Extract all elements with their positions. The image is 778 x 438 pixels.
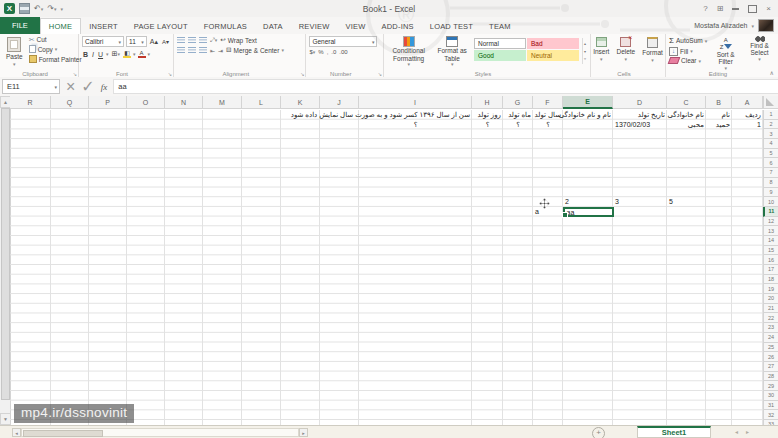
ribbon-display-options-icon[interactable]: ⊞	[717, 5, 724, 13]
cells-grid[interactable]: ردیفنامنام خانوادگیتاریخ تولدنام و نام خ…	[10, 110, 763, 425]
row-header-27[interactable]: 27	[763, 362, 778, 372]
clear-button[interactable]: Clear▾	[669, 57, 707, 64]
style-normal[interactable]: Normal	[474, 38, 526, 49]
tab-add-ins[interactable]: ADD-INS	[374, 19, 422, 34]
format-painter-button[interactable]: Format Painter	[29, 55, 82, 63]
merge-center-button[interactable]: ⊟Merge & Center▾	[226, 46, 284, 54]
avatar[interactable]	[758, 19, 774, 32]
sheet-tab-sheet1[interactable]: Sheet1	[637, 426, 711, 438]
column-header-N[interactable]: N	[165, 96, 203, 109]
column-header-F[interactable]: F	[533, 96, 563, 109]
increase-indent-icon[interactable]: ⇥	[218, 47, 223, 54]
borders-button[interactable]: ⊞▾	[111, 50, 121, 58]
cell-G2[interactable]: ؟	[503, 120, 533, 130]
row-header-4[interactable]: 4	[763, 139, 778, 149]
row-header-18[interactable]: 18	[763, 275, 778, 285]
cell-G1[interactable]: ماه تولد	[503, 110, 533, 120]
cell-C10[interactable]: 5	[667, 197, 706, 207]
copy-button[interactable]: Copy▾	[29, 45, 82, 53]
column-header-E[interactable]: E	[563, 96, 613, 109]
fill-button[interactable]: ↓Fill▾	[669, 47, 707, 56]
row-header-7[interactable]: 7	[763, 168, 778, 178]
cut-button[interactable]: ✂Cut	[29, 36, 82, 43]
name-box[interactable]: E11▾	[2, 79, 60, 94]
row-header-16[interactable]: 16	[763, 255, 778, 265]
row-header-19[interactable]: 19	[763, 284, 778, 294]
cell-H1[interactable]: روز تولد	[472, 110, 503, 120]
insert-function-icon[interactable]: fx	[101, 82, 108, 92]
column-header-A[interactable]: A	[732, 96, 763, 109]
shrink-font-button[interactable]: A▾	[161, 38, 170, 45]
row-header-28[interactable]: 28	[763, 372, 778, 382]
column-header-P[interactable]: P	[89, 96, 127, 109]
row-header-10[interactable]: 10	[763, 197, 778, 207]
row-header-15[interactable]: 15	[763, 246, 778, 256]
column-header-H[interactable]: H	[472, 96, 503, 109]
fill-color-button[interactable]: ◧	[123, 50, 131, 58]
cell-I1[interactable]: سن از سال ۱۳۹۶ کسر شود و به صورت سال نما…	[359, 110, 472, 120]
tab-review[interactable]: REVIEW	[291, 19, 338, 34]
tab-page-layout[interactable]: PAGE LAYOUT	[126, 19, 196, 34]
row-header-2[interactable]: 2	[763, 120, 778, 130]
underline-button[interactable]: U	[97, 51, 104, 58]
close-icon[interactable]: ×	[766, 5, 771, 13]
comma-style-icon[interactable]: ,	[327, 49, 329, 55]
font-color-button[interactable]: A	[138, 50, 146, 58]
cell-C1[interactable]: نام خانوادگی	[667, 110, 706, 120]
sort-filter-button[interactable]: AZ Sort & Filter▾	[710, 36, 741, 68]
align-center-icon[interactable]	[188, 47, 196, 53]
horizontal-scrollbar[interactable]	[21, 428, 299, 437]
font-size-select[interactable]: 11▾	[126, 36, 147, 47]
format-as-table-button[interactable]: Format as Table▾	[433, 36, 471, 68]
tab-file[interactable]: FILE	[0, 17, 40, 34]
cancel-icon[interactable]: ×	[66, 78, 75, 96]
conditional-formatting-button[interactable]: Conditional Formatting▾	[387, 36, 430, 68]
cell-F1[interactable]: سال تولد	[533, 110, 563, 120]
paste-button[interactable]: Paste▾	[3, 36, 26, 68]
cell-A2[interactable]: 1	[732, 120, 763, 130]
sheet-nav-next-icon[interactable]: ▸	[746, 428, 749, 435]
undo-icon[interactable]: ↶▾	[34, 5, 43, 13]
row-header-31[interactable]: 31	[763, 401, 778, 411]
row-header-1[interactable]: 1	[763, 110, 778, 120]
wrap-text-button[interactable]: ↩Wrap Text	[220, 36, 256, 44]
help-icon[interactable]: ?	[703, 5, 707, 13]
tab-view[interactable]: VIEW	[338, 19, 374, 34]
format-cells-button[interactable]: Format▾	[640, 36, 665, 68]
row-header-11[interactable]: 11	[763, 207, 778, 217]
row-header-14[interactable]: 14	[763, 236, 778, 246]
decrease-indent-icon[interactable]: ⇤	[210, 47, 215, 54]
row-header-3[interactable]: 3	[763, 129, 778, 139]
row-header-5[interactable]: 5	[763, 149, 778, 159]
row-header-24[interactable]: 24	[763, 333, 778, 343]
scroll-right-icon[interactable]: ▸	[299, 428, 308, 437]
selected-cell-E11[interactable]: aa	[563, 207, 614, 218]
align-right-icon[interactable]	[199, 47, 207, 53]
align-left-icon[interactable]	[177, 47, 185, 53]
cell-D2[interactable]: 1370/02/03	[613, 120, 667, 130]
decrease-decimal-icon[interactable]: .00	[339, 49, 347, 55]
select-all-corner[interactable]	[763, 96, 778, 109]
tab-team[interactable]: TEAM	[481, 19, 519, 34]
row-header-8[interactable]: 8	[763, 178, 778, 188]
align-bottom-icon[interactable]	[199, 37, 207, 43]
increase-decimal-icon[interactable]: .0	[331, 49, 336, 55]
restore-icon[interactable]	[748, 5, 757, 13]
number-format-select[interactable]: General▾	[309, 36, 377, 47]
row-header-12[interactable]: 12	[763, 217, 778, 227]
column-header-M[interactable]: M	[203, 96, 242, 109]
horizontal-scroll-thumb[interactable]	[23, 430, 103, 437]
row-header-17[interactable]: 17	[763, 265, 778, 275]
tab-formulas[interactable]: FORMULAS	[196, 19, 255, 34]
percent-style-icon[interactable]: %	[318, 49, 323, 55]
row-header-25[interactable]: 25	[763, 343, 778, 353]
tab-load-test[interactable]: LOAD TEST	[422, 19, 481, 34]
cell-H2[interactable]: ؟	[472, 120, 503, 130]
find-select-button[interactable]: Find & Select▾	[744, 36, 775, 68]
customize-qat-icon[interactable]: ▾	[60, 6, 63, 12]
accounting-format-icon[interactable]: $▾	[309, 49, 315, 55]
styles-gallery-scroll[interactable]: ▴▾▿	[582, 38, 587, 64]
sheet-nav-prev-icon[interactable]: ◂	[735, 428, 738, 435]
row-header-9[interactable]: 9	[763, 188, 778, 198]
cell-E1[interactable]: نام و نام خانوادگی	[563, 110, 613, 120]
